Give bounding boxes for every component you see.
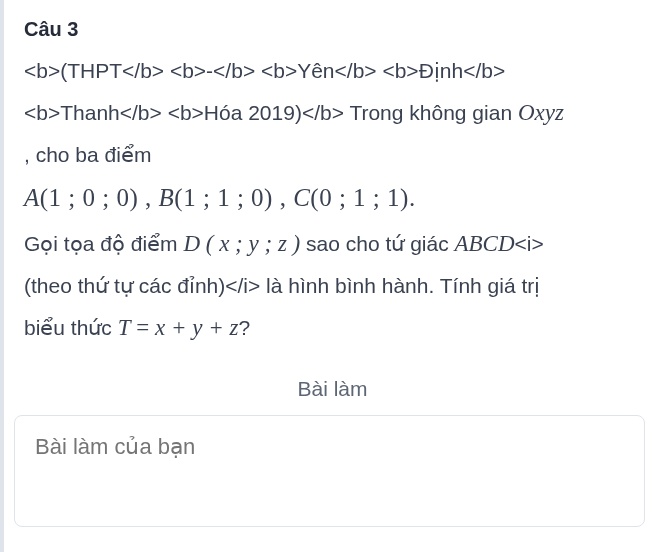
point-B-label: B — [159, 184, 175, 211]
question-text-line5b: sao cho tứ giác — [300, 232, 454, 255]
points-sep1: , — [138, 184, 158, 211]
question-text-line5a: Gọi tọa độ điểm — [24, 232, 183, 255]
question-body: <b>(THPT</b> <b>-</b> <b>Yên</b> <b>Định… — [24, 51, 641, 349]
math-T: T — [118, 315, 131, 340]
answer-section-label: Bài làm — [24, 377, 641, 401]
question-text-line6: (theo thứ tự các đỉnh)</i> là hình bình … — [24, 274, 540, 297]
math-oxyz: Oxyz — [518, 100, 564, 125]
question-text-line1: <b>(THPT</b> <b>-</b> <b>Yên</b> <b>Định… — [24, 59, 505, 82]
point-A-label: A — [24, 184, 40, 211]
question-text-line2-prefix: <b>Thanh</b> <b>Hóa 2019)</b> Trong khôn… — [24, 101, 518, 124]
points-sep2: , — [273, 184, 293, 211]
question-text-line5c: <i> — [515, 232, 544, 255]
answer-input[interactable] — [14, 415, 645, 527]
question-container: Câu 3 <b>(THPT</b> <b>-</b> <b>Yên</b> <… — [0, 0, 661, 401]
question-text-qmark: ? — [238, 316, 250, 339]
math-expr: x + y + z — [155, 315, 238, 340]
question-text-line3: , cho ba điểm — [24, 143, 151, 166]
points-line: A(1 ; 0 ; 0) , B(1 ; 1 ; 0) , C(0 ; 1 ; … — [24, 184, 416, 211]
question-number: Câu 3 — [24, 18, 641, 41]
question-text-line7a: biểu thức — [24, 316, 118, 339]
left-border-strip — [0, 0, 4, 552]
point-C-coords: (0 ; 1 ; 1). — [310, 184, 415, 211]
math-eq: = — [131, 315, 155, 340]
point-C-label: C — [293, 184, 310, 211]
math-ABCD: ABCD — [455, 231, 515, 256]
math-D: D ( x ; y ; z ) — [183, 231, 300, 256]
point-B-coords: (1 ; 1 ; 0) — [174, 184, 273, 211]
point-A-coords: (1 ; 0 ; 0) — [40, 184, 139, 211]
